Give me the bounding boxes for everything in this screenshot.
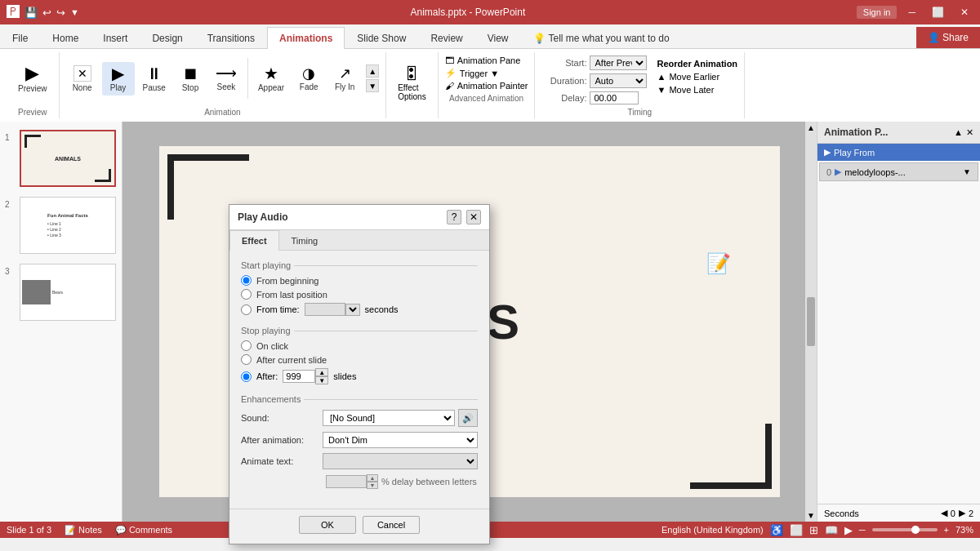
anim-item-label: melodyloops-... <box>844 167 906 177</box>
quick-redo[interactable]: ↪ <box>56 7 65 19</box>
animate-text-select[interactable] <box>323 453 478 469</box>
start-select[interactable]: After Previous On Click With Previous <box>590 56 647 70</box>
anim-pane-close[interactable]: ✕ <box>966 127 973 138</box>
restore-btn[interactable]: ⬜ <box>927 5 949 20</box>
close-btn[interactable]: ✕ <box>956 5 973 20</box>
sound-select[interactable]: [No Sound] Applause <box>323 410 455 426</box>
from-beginning-radio[interactable] <box>241 275 252 286</box>
after-spinner-up[interactable]: ▲ <box>315 368 328 376</box>
anim-item-1[interactable]: 0 ▶ melodyloops-... ▼ <box>819 162 978 181</box>
scroll-up-btn[interactable]: ▲ <box>366 64 379 78</box>
after-radio[interactable] <box>241 371 252 382</box>
slideshow-btn[interactable]: ▶ <box>844 524 853 536</box>
vertical-scrollbar[interactable]: ▲ ▼ <box>805 122 817 522</box>
play-icon: ▶ <box>112 65 124 82</box>
play-from-icon: ▶ <box>824 147 831 158</box>
slide-thumb-2[interactable]: 2 Fun Animal Facts • Line 1 • Line 2 • L… <box>3 195 118 256</box>
play-button[interactable]: ▶ Play <box>102 62 135 96</box>
tab-insert[interactable]: Insert <box>91 27 140 49</box>
from-time-unit-select[interactable]: ▼ <box>345 304 360 316</box>
zoom-plus[interactable]: + <box>944 525 949 535</box>
on-click-radio[interactable] <box>241 340 252 351</box>
normal-view-btn[interactable]: ⬜ <box>790 524 803 536</box>
fly-in-label: Fly In <box>335 82 354 91</box>
delay-input[interactable] <box>590 91 639 104</box>
dialog-footer: OK Cancel <box>229 509 489 544</box>
fade-button[interactable]: ◑ Fade <box>292 63 325 95</box>
from-last-radio[interactable] <box>241 289 252 300</box>
share-button[interactable]: 👤 Share <box>916 27 980 48</box>
effect-options-button[interactable]: 🎛 EffectOptions <box>393 61 430 104</box>
dialog-help-btn[interactable]: ? <box>447 210 461 224</box>
cancel-button[interactable]: Cancel <box>363 516 420 534</box>
zoom-slider[interactable] <box>872 528 938 531</box>
tab-animations[interactable]: Animations <box>267 27 345 49</box>
anim-pane-minimize[interactable]: ▲ <box>954 127 963 137</box>
preview-button[interactable]: ▶ Preview <box>13 61 52 96</box>
from-time-radio[interactable] <box>241 304 252 315</box>
move-earlier-btn[interactable]: ▲ Move Earlier <box>657 72 737 82</box>
fly-in-button[interactable]: ↗ Fly In <box>328 63 361 95</box>
delay-percent-input[interactable] <box>326 475 367 488</box>
after-current-radio[interactable] <box>241 354 252 365</box>
slide-thumb-3[interactable]: 3 Bears <box>3 262 118 322</box>
scroll-down-btn[interactable]: ▼ <box>366 79 379 92</box>
after-anim-select[interactable]: Don't Dim Hide After Animation Hide on N… <box>323 432 478 448</box>
tab-design[interactable]: Design <box>140 27 194 49</box>
accessibility-icon[interactable]: ♿ <box>770 524 783 536</box>
ribbon-group-advanced: 🗔 Animation Pane ⚡ Trigger ▼ 🖌 Animation… <box>439 52 536 118</box>
start-label: Start: <box>541 58 586 68</box>
move-later-btn[interactable]: ▼ Move Later <box>657 85 737 95</box>
quick-save[interactable]: 💾 <box>24 7 38 19</box>
duration-select[interactable]: Auto <box>590 73 647 88</box>
play-from-bar[interactable]: ▶ Play From <box>817 144 980 161</box>
zoom-minus[interactable]: ─ <box>859 525 866 535</box>
anim-pane-title: Animation P... <box>824 127 888 138</box>
tab-effect[interactable]: Effect <box>229 230 279 251</box>
preview-label: Preview <box>18 84 47 93</box>
animation-pane-btn[interactable]: 🗔 Animation Pane <box>445 56 528 65</box>
ok-button[interactable]: OK <box>299 516 356 534</box>
after-spinner-down[interactable]: ▼ <box>315 376 328 384</box>
tab-review[interactable]: Review <box>418 27 474 49</box>
after-value-input[interactable] <box>283 370 315 383</box>
tab-timing[interactable]: Timing <box>279 230 331 251</box>
tab-file[interactable]: File <box>0 27 40 49</box>
customize-icon[interactable]: ▼ <box>70 7 79 17</box>
sign-in-button[interactable]: Sign in <box>857 6 898 19</box>
reading-view-btn[interactable]: 📖 <box>825 524 838 536</box>
trigger-btn[interactable]: ⚡ Trigger ▼ <box>445 68 528 78</box>
slide-sorter-btn[interactable]: ⊞ <box>809 524 818 536</box>
anim-nav-right[interactable]: ▶ <box>959 508 965 518</box>
stop-button[interactable]: ⏹ Stop <box>174 62 207 96</box>
sound-play-btn[interactable]: 🔊 <box>458 409 478 427</box>
tab-view[interactable]: View <box>475 27 521 49</box>
delay-up-btn[interactable]: ▲ <box>367 474 378 482</box>
effect-options-label: EffectOptions <box>398 83 425 101</box>
none-button[interactable]: ✕ None <box>66 62 99 96</box>
slide-num-2: 2 <box>5 200 16 209</box>
scroll-down-arrow[interactable]: ▼ <box>805 509 817 522</box>
tab-transitions[interactable]: Transitions <box>195 27 267 49</box>
seek-button[interactable]: ⟶ Seek <box>210 63 243 95</box>
tab-home[interactable]: Home <box>40 27 91 49</box>
anim-item-expand[interactable]: ▼ <box>963 167 971 176</box>
slide-thumb-1[interactable]: 1 ANIMALS <box>3 128 118 189</box>
delay-down-btn[interactable]: ▼ <box>367 482 378 489</box>
appear-button[interactable]: ★ Appear <box>253 62 289 96</box>
tab-tell-me[interactable]: 💡 Tell me what you want to do <box>521 27 682 49</box>
comments-icon[interactable]: 💬 Comments <box>115 525 172 535</box>
scroll-up-arrow[interactable]: ▲ <box>805 122 817 134</box>
play-audio-dialog: Play Audio ? ✕ Effect Timing Start playi… <box>229 204 490 544</box>
note-icon: 📝 <box>706 252 731 275</box>
notes-icon[interactable]: 📝 Notes <box>65 525 102 535</box>
tab-slideshow[interactable]: Slide Show <box>345 27 418 49</box>
anim-nav-left[interactable]: ◀ <box>941 508 947 518</box>
scroll-thumb[interactable] <box>807 297 815 346</box>
minimize-btn[interactable]: ─ <box>903 5 920 20</box>
from-time-input[interactable] <box>305 303 345 316</box>
animation-painter-btn[interactable]: 🖌 Animation Painter <box>445 81 528 91</box>
pause-button[interactable]: ⏸ Pause <box>138 62 171 96</box>
dialog-close-btn[interactable]: ✕ <box>466 210 481 224</box>
quick-undo[interactable]: ↩ <box>42 7 51 19</box>
